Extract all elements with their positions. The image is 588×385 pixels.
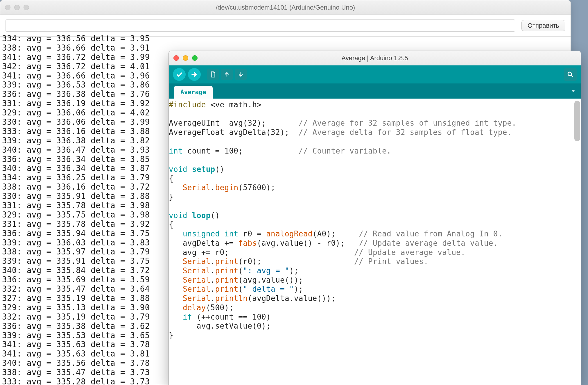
code-line: Serial.print(avg.value()); bbox=[169, 276, 581, 285]
code-line: Serial.println(avgDelta.value()); bbox=[169, 294, 581, 303]
code-editor[interactable]: #include <ve_math.h> AverageUInt avg(32)… bbox=[169, 99, 581, 340]
code-line: avg += r0; // Update average value. bbox=[169, 248, 581, 257]
serial-input-row: Отправить bbox=[0, 15, 571, 37]
ide-tabbar: Average bbox=[169, 83, 581, 99]
chevron-down-icon bbox=[570, 88, 576, 94]
code-line: { bbox=[169, 220, 581, 229]
save-file-button[interactable] bbox=[235, 69, 247, 80]
code-line: void loop() bbox=[169, 211, 581, 220]
tab-menu-button[interactable] bbox=[569, 86, 578, 96]
ide-titlebar: Average | Arduino 1.8.5 bbox=[169, 51, 581, 65]
verify-button[interactable] bbox=[173, 68, 186, 81]
check-icon bbox=[176, 71, 183, 78]
code-line: AverageUInt avg(32); // Average for 32 s… bbox=[169, 119, 581, 128]
code-line: #include <ve_math.h> bbox=[169, 100, 581, 110]
tab-average[interactable]: Average bbox=[174, 86, 213, 99]
open-file-button[interactable] bbox=[221, 69, 233, 80]
code-line: void setup() bbox=[169, 165, 581, 174]
serial-window-title: /dev/cu.usbmodem14101 (Arduino/Genuino U… bbox=[0, 4, 571, 11]
arrow-down-icon bbox=[238, 71, 244, 78]
code-line: avg.setValue(0); bbox=[169, 322, 581, 331]
upload-button[interactable] bbox=[188, 68, 201, 81]
arrow-right-icon bbox=[191, 71, 198, 78]
code-line: Serial.print(" delta = "); bbox=[169, 285, 581, 294]
new-file-button[interactable] bbox=[207, 69, 219, 80]
code-line: AverageFloat avgDelta(32); // Average de… bbox=[169, 128, 581, 137]
code-line: avgDelta += fabs(avg.value() - r0); // U… bbox=[169, 239, 581, 248]
arduino-ide-window: Average | Arduino 1.8.5 Average #include… bbox=[168, 51, 581, 385]
code-line bbox=[169, 156, 581, 165]
code-line: { bbox=[169, 174, 581, 183]
serial-monitor-button[interactable] bbox=[564, 68, 577, 81]
ide-window-title: Average | Arduino 1.8.5 bbox=[169, 54, 581, 62]
ide-toolbar bbox=[169, 65, 581, 83]
code-line: int count = 100; // Counter variable. bbox=[169, 147, 581, 156]
code-line: delay(500); bbox=[169, 303, 581, 313]
code-line: } bbox=[169, 192, 581, 202]
svg-line-4 bbox=[571, 75, 573, 77]
code-line: Serial.print(r0); // Print values. bbox=[169, 257, 581, 266]
send-button[interactable]: Отправить bbox=[521, 20, 565, 31]
code-line: Serial.print(": avg = "); bbox=[169, 266, 581, 276]
serial-titlebar: /dev/cu.usbmodem14101 (Arduino/Genuino U… bbox=[0, 0, 571, 15]
magnifier-icon bbox=[567, 71, 574, 78]
serial-input[interactable] bbox=[6, 19, 515, 32]
code-line: if (++count == 100) bbox=[169, 313, 581, 322]
arrow-up-icon bbox=[224, 71, 230, 78]
file-icon bbox=[210, 71, 216, 78]
code-line bbox=[169, 110, 581, 119]
code-line: Serial.begin(57600); bbox=[169, 183, 581, 192]
code-line: unsigned int r0 = analogRead(A0); // Rea… bbox=[169, 229, 581, 239]
svg-marker-5 bbox=[571, 90, 575, 92]
scrollbar-thumb[interactable] bbox=[574, 101, 580, 141]
code-line: } bbox=[169, 331, 581, 340]
code-line bbox=[169, 202, 581, 211]
code-line bbox=[169, 137, 581, 147]
